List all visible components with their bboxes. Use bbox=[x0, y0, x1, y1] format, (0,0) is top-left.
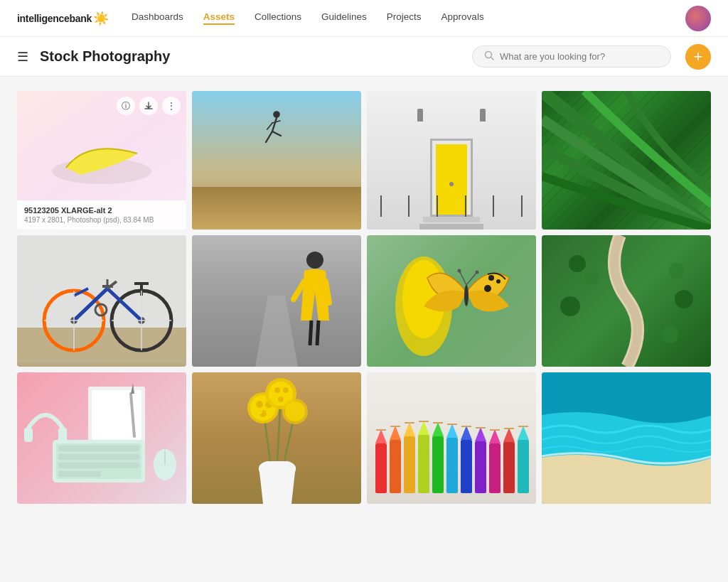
banana-caption-title: 95123205 XLARGE-alt 2 bbox=[24, 206, 179, 215]
svg-marker-82 bbox=[375, 429, 387, 443]
logo-sun-icon: ☀️ bbox=[93, 11, 109, 26]
svg-marker-88 bbox=[418, 421, 429, 435]
butterfly-image bbox=[367, 235, 536, 367]
grid-item-runner[interactable] bbox=[192, 91, 361, 230]
svg-marker-94 bbox=[461, 426, 472, 440]
grid-item-door[interactable] bbox=[367, 91, 536, 230]
yellow-coat-image bbox=[192, 235, 361, 367]
svg-line-33 bbox=[310, 320, 311, 345]
svg-point-77 bbox=[283, 387, 289, 393]
search-input[interactable] bbox=[500, 51, 659, 62]
svg-point-48 bbox=[675, 290, 693, 308]
svg-marker-92 bbox=[446, 424, 458, 438]
grid-item-butterfly[interactable] bbox=[367, 235, 536, 367]
svg-point-78 bbox=[278, 397, 284, 402]
svg-line-40 bbox=[459, 271, 466, 285]
svg-point-73 bbox=[266, 409, 272, 414]
svg-point-45 bbox=[584, 271, 599, 285]
svg-point-37 bbox=[496, 279, 500, 284]
nav-projects[interactable]: Projects bbox=[387, 11, 422, 25]
svg-line-7 bbox=[266, 131, 272, 142]
svg-rect-91 bbox=[446, 438, 458, 493]
nav-dashboards[interactable]: Dashboards bbox=[132, 11, 183, 25]
logo: intelligencebank ☀️ bbox=[17, 11, 109, 26]
nav-assets[interactable]: Assets bbox=[203, 11, 235, 25]
svg-marker-90 bbox=[432, 422, 444, 436]
svg-rect-99 bbox=[503, 442, 515, 493]
svg-point-43 bbox=[476, 271, 479, 274]
svg-point-44 bbox=[569, 255, 586, 272]
pink-desk-image bbox=[17, 372, 186, 504]
nav-collections[interactable]: Collections bbox=[255, 11, 301, 25]
palm-image bbox=[542, 91, 711, 230]
svg-point-38 bbox=[484, 285, 491, 292]
svg-point-76 bbox=[274, 387, 280, 393]
svg-rect-89 bbox=[432, 436, 444, 493]
nav-approvals[interactable]: Approvals bbox=[441, 11, 484, 25]
svg-rect-61 bbox=[58, 428, 67, 442]
svg-marker-86 bbox=[404, 422, 415, 436]
svg-point-39 bbox=[464, 285, 469, 306]
svg-rect-81 bbox=[375, 443, 387, 493]
svg-rect-97 bbox=[489, 443, 500, 493]
svg-rect-55 bbox=[58, 454, 139, 460]
grid-item-flowers[interactable] bbox=[192, 372, 361, 504]
grid-item-pencils[interactable] bbox=[367, 372, 536, 504]
svg-line-5 bbox=[267, 123, 272, 129]
svg-marker-100 bbox=[503, 428, 515, 442]
svg-rect-85 bbox=[404, 436, 415, 493]
pencils-image bbox=[367, 372, 536, 504]
svg-line-4 bbox=[272, 118, 277, 131]
grid-item-bike[interactable] bbox=[17, 235, 186, 367]
info-icon[interactable]: ⓘ bbox=[117, 97, 135, 115]
runner-image bbox=[192, 91, 361, 230]
asset-grid: ⓘ ⋮ 95123205 XLARGE-alt 2 4197 x 2801, P… bbox=[0, 77, 728, 518]
svg-marker-98 bbox=[489, 429, 500, 443]
ocean-image bbox=[542, 372, 711, 504]
svg-point-36 bbox=[488, 275, 494, 281]
bike-image bbox=[17, 235, 186, 367]
search-icon bbox=[484, 50, 494, 63]
add-button[interactable]: + bbox=[685, 44, 711, 70]
download-icon[interactable] bbox=[139, 97, 158, 115]
svg-marker-84 bbox=[390, 426, 401, 440]
more-icon[interactable]: ⋮ bbox=[162, 97, 181, 115]
svg-line-31 bbox=[326, 281, 329, 303]
grid-item-yellow-coat[interactable] bbox=[192, 235, 361, 367]
svg-point-69 bbox=[256, 401, 263, 408]
sub-header: ☰ Stock Photography + bbox=[0, 37, 728, 77]
svg-rect-54 bbox=[58, 446, 139, 451]
svg-rect-95 bbox=[475, 441, 486, 493]
door-image bbox=[367, 91, 536, 230]
nav-guidelines[interactable]: Guidelines bbox=[321, 11, 367, 25]
svg-marker-102 bbox=[518, 426, 529, 440]
hamburger-icon[interactable]: ☰ bbox=[17, 49, 28, 65]
svg-rect-101 bbox=[518, 440, 529, 493]
avatar-image bbox=[685, 6, 711, 31]
svg-point-3 bbox=[273, 111, 280, 118]
svg-point-47 bbox=[669, 263, 685, 279]
grid-item-river[interactable] bbox=[542, 235, 711, 367]
svg-point-42 bbox=[458, 269, 461, 273]
avatar[interactable] bbox=[685, 6, 711, 31]
svg-point-29 bbox=[306, 252, 323, 269]
grid-item-pink-desk[interactable] bbox=[17, 372, 186, 504]
svg-point-46 bbox=[560, 296, 580, 316]
top-nav: intelligencebank ☀️ Dashboards Assets Co… bbox=[0, 0, 728, 37]
svg-point-80 bbox=[285, 402, 305, 421]
logo-text: intelligencebank bbox=[17, 13, 92, 24]
nav-links: Dashboards Assets Collections Guidelines… bbox=[132, 11, 685, 25]
banana-overlay-icons: ⓘ ⋮ bbox=[117, 97, 181, 115]
svg-marker-96 bbox=[475, 427, 486, 441]
search-bar bbox=[472, 45, 671, 68]
svg-point-72 bbox=[257, 409, 262, 414]
river-image bbox=[542, 235, 711, 367]
grid-item-banana[interactable]: ⓘ ⋮ 95123205 XLARGE-alt 2 4197 x 2801, P… bbox=[17, 91, 186, 230]
svg-rect-87 bbox=[418, 435, 429, 493]
svg-rect-93 bbox=[461, 440, 472, 493]
svg-line-32 bbox=[317, 320, 318, 345]
grid-item-palm[interactable] bbox=[542, 91, 711, 230]
grid-item-ocean[interactable] bbox=[542, 372, 711, 504]
svg-rect-83 bbox=[390, 440, 401, 493]
svg-line-1 bbox=[491, 58, 494, 60]
